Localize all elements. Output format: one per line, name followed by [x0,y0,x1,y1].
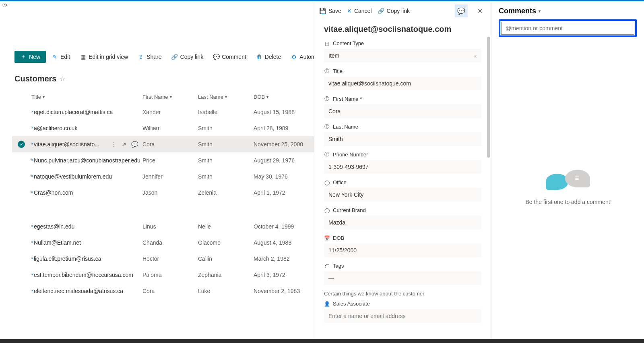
new-button[interactable]: ＋ New [14,51,46,63]
column-firstname[interactable]: First Name▾ [142,94,198,100]
comment-icon: 💬 [213,54,219,60]
column-title[interactable]: Title▾ [31,94,142,100]
row-lastname: Isabelle [198,109,254,115]
details-panel: 💾Save ✕Cancel 🔗Copy link 💬 ✕ vitae.aliqu… [314,1,644,343]
comments-heading[interactable]: Comments ▾ [499,7,637,15]
new-label: New [29,54,40,60]
comment-button[interactable]: 💬 Comment [209,51,250,62]
panel-copylink-button[interactable]: 🔗Copy link [378,8,410,14]
row-open-button[interactable]: ↗ [122,141,126,148]
edit-button[interactable]: ✎ Edit [47,51,74,62]
item-link-icon: ↗ [31,272,33,277]
tags-label: Tags [333,263,344,269]
edit-grid-button[interactable]: ▦ Edit in grid view [76,51,132,62]
text-icon: Ⓣ [324,96,330,102]
title-input[interactable]: vitae.aliquet@sociisnatoque.com [324,77,481,90]
row-firstname: Cora [142,288,198,294]
office-input[interactable]: New York City [324,188,481,202]
text-icon: Ⓣ [324,124,330,130]
salesassoc-input[interactable] [324,309,481,323]
dob-label: DOB [333,235,344,241]
toggle-comments-button[interactable]: 💬 [455,4,468,17]
row-dob: November 2, 1983 [254,288,318,294]
comment-label: Comment [222,54,246,60]
firstname-label: First Name * [333,96,362,102]
save-button[interactable]: 💾Save [319,8,341,14]
item-link-icon: ↗ [31,142,33,146]
copylink-button[interactable]: 🔗 Copy link [167,51,208,62]
item-link-icon: ↗ [31,256,33,261]
save-icon: 💾 [319,8,326,14]
row-lastname: Smith [198,173,254,180]
tags-input[interactable]: — [324,271,481,285]
row-lastname: Zelenia [198,189,254,196]
row-title[interactable]: ↗eleifend.nec.malesuada@atrisus.ca [31,288,142,294]
dob-input[interactable]: 11/25/2000 [324,243,481,257]
row-title[interactable]: ↗Cras@non.com [31,189,142,196]
cancel-button[interactable]: ✕Cancel [347,8,372,14]
chevron-down-icon: ▾ [170,95,172,99]
delete-button[interactable]: 🗑 Delete [252,51,285,62]
chevron-down-icon: ⌄ [474,54,477,58]
taskbar [0,339,644,343]
favorite-star-icon[interactable]: ☆ [60,75,65,83]
row-title[interactable]: ↗Nullam@Etiam.net [31,239,142,246]
item-link-icon: ↗ [31,110,33,114]
row-dob: March 2, 1982 [254,256,318,262]
choice-icon: ◯ [324,208,330,213]
brand-input[interactable]: Mazda [324,216,481,229]
pencil-icon: ✎ [52,54,58,60]
choice-icon: ◯ [324,180,330,185]
row-title[interactable]: ↗est.tempor.bibendum@neccursusa.com [31,272,142,278]
person-icon: 👤 [324,301,330,307]
row-firstname: William [142,125,198,131]
firstname-input[interactable]: Cora [324,104,481,118]
row-firstname: Jason [142,189,198,196]
row-title[interactable]: ↗eget.dictum.placerat@mattis.ca [31,109,142,115]
chevron-down-icon: ▾ [43,95,45,99]
item-link-icon: ↗ [31,289,33,293]
lastname-input[interactable]: Smith [324,132,481,146]
column-dob[interactable]: DOB▾ [254,94,318,100]
item-link-icon: ↗ [31,190,33,195]
section-note: Certain things we know about the custome… [324,291,481,297]
row-title[interactable]: ↗Nunc.pulvinar.arcu@conubianostraper.edu [31,157,142,164]
delete-label: Delete [265,54,281,60]
row-title[interactable]: ↗ligula.elit.pretium@risus.ca [31,256,142,262]
phone-input[interactable]: 1-309-493-9697 [324,160,481,174]
row-more-button[interactable]: ⋮ [111,141,117,148]
edit-label: Edit [60,54,70,60]
title-label: Title [333,68,343,74]
row-title[interactable]: ↗natoque@vestibulumlorem.edu [31,173,142,180]
item-form: vitae.aliquet@sociisnatoque.com ▤Content… [314,21,491,343]
row-dob: May 30, 1976 [254,173,318,180]
row-comment-button[interactable]: 💬 [131,141,138,148]
text-icon: Ⓣ [324,69,330,74]
row-dob: October 4, 1999 [254,223,318,230]
row-dob: April 3, 1972 [254,272,318,278]
form-scrollbar[interactable] [487,21,490,343]
share-button[interactable]: ⇪ Share [134,51,165,62]
plus-icon: ＋ [20,54,27,60]
row-title[interactable]: ↗egestas@in.edu [31,223,142,230]
text-icon: Ⓣ [324,152,330,158]
content-type-select[interactable]: Item⌄ [324,49,481,62]
content-type-icon: ▤ [324,41,330,46]
selected-check-icon[interactable]: ✓ [18,141,25,148]
row-dob: August 29, 1976 [254,157,318,164]
share-icon: ⇪ [138,54,144,60]
row-title[interactable]: ↗a@aclibero.co.uk [31,125,142,131]
trash-icon: 🗑 [256,54,262,60]
row-dob: November 25, 2000 [254,141,318,148]
comment-input[interactable] [501,22,634,35]
cancel-icon: ✕ [347,8,352,14]
copylink-label: Copy link [180,54,204,60]
chevron-down-icon: ▾ [539,9,541,13]
row-lastname: Luke [198,288,254,294]
close-panel-button[interactable]: ✕ [473,4,486,17]
link-icon: 🔗 [378,8,384,14]
grid-label: Edit in grid view [89,54,128,60]
column-lastname[interactable]: Last Name▾ [198,94,254,100]
flow-icon: ⚙ [291,54,297,60]
brand-label: Current Brand [333,207,366,213]
